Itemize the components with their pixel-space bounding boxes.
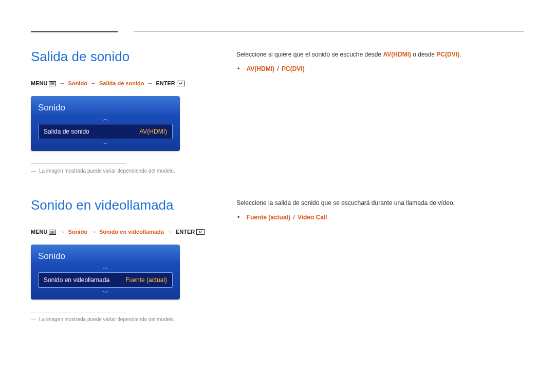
top-rule-thick <box>31 31 118 32</box>
list-item: Fuente (actual) / Video Call <box>247 213 524 222</box>
section1-options-list: AV(HDMI) / PC(DVI) <box>236 64 524 73</box>
menu-label: MENU <box>31 229 47 235</box>
panel-title: Sonido <box>38 101 173 115</box>
desc-hl1: AV(HDMI) <box>383 51 411 58</box>
menu-label: MENU <box>31 80 47 86</box>
section1-menu-path: MENU → Sonido → Salida de sonido → ENTER <box>31 79 206 88</box>
panel-row-label: Salida de sonido <box>44 127 89 136</box>
menu-icon <box>49 230 56 235</box>
panel-option-row[interactable]: Sonido en videollamada Fuente (actual) <box>38 272 173 288</box>
option-separator: / <box>290 214 298 221</box>
enter-icon <box>177 81 185 86</box>
section2-title: Sonido en videollamada <box>31 195 206 215</box>
arrow-icon: → <box>58 229 67 235</box>
menu-icon <box>49 81 56 86</box>
chevron-down-icon[interactable]: ﹀ <box>38 140 173 148</box>
chevron-down-icon[interactable]: ﹀ <box>38 289 173 296</box>
option-fuente-actual: Fuente (actual) <box>247 214 290 221</box>
list-item: AV(HDMI) / PC(DVI) <box>247 64 524 73</box>
panel-row-label: Sonido en videollamada <box>44 275 109 285</box>
section2-footnote: La imagen mostrada puede variar dependie… <box>31 315 206 323</box>
section2-panel: Sonido ︿ Sonido en videollamada Fuente (… <box>31 245 180 300</box>
footnote-divider <box>31 312 126 312</box>
section2-right: Seleccione la salida de sonido que se es… <box>236 195 524 323</box>
section2-left: Sonido en videollamada MENU → Sonido → S… <box>31 195 206 323</box>
option-avhdmi: AV(HDMI) <box>247 65 274 72</box>
option-separator: / <box>274 65 282 72</box>
arrow-icon: → <box>165 229 174 235</box>
section1-right: Seleccione si quiere que el sonido se es… <box>236 47 524 175</box>
panel-row-value: Fuente (actual) <box>125 275 167 285</box>
desc-hl2: PC(DVI) <box>436 51 459 58</box>
path-seg-videollamada: Sonido en videollamada <box>99 229 164 235</box>
section1-title: Salida de sonido <box>31 47 206 67</box>
chevron-up-icon[interactable]: ︿ <box>38 264 173 271</box>
section1-footnote: La imagen mostrada puede variar dependie… <box>31 167 206 175</box>
path-seg-sonido: Sonido <box>68 229 87 235</box>
enter-label: ENTER <box>176 229 195 235</box>
section1-description: Seleccione si quiere que el sonido se es… <box>236 50 524 59</box>
enter-icon <box>196 229 205 235</box>
section1-left: Salida de sonido MENU → Sonido → Salida … <box>31 47 206 175</box>
option-pcdvi: PC(DVI) <box>282 65 305 72</box>
section2-options-list: Fuente (actual) / Video Call <box>236 213 524 222</box>
section2-description: Seleccione la salida de sonido que se es… <box>236 198 524 208</box>
desc-pre: Seleccione si quiere que el sonido se es… <box>236 51 383 58</box>
desc-mid: o desde <box>411 51 436 58</box>
top-rule-thin <box>134 31 524 32</box>
path-seg-salida: Salida de sonido <box>99 80 144 86</box>
option-video-call: Video Call <box>298 214 327 221</box>
chevron-up-icon[interactable]: ︿ <box>38 115 173 123</box>
section-sonido-en-videollamada: Sonido en videollamada MENU → Sonido → S… <box>31 195 524 323</box>
section1-panel: Sonido ︿ Salida de sonido AV(HDMI) ﹀ <box>31 96 180 152</box>
path-seg-sonido: Sonido <box>68 80 87 86</box>
section-salida-de-sonido: Salida de sonido MENU → Sonido → Salida … <box>31 47 524 175</box>
enter-label: ENTER <box>156 80 175 86</box>
arrow-icon: → <box>58 80 67 86</box>
panel-row-value: AV(HDMI) <box>139 127 167 136</box>
page-top-rule <box>31 31 524 32</box>
desc-post: . <box>459 51 461 58</box>
arrow-icon: → <box>145 80 154 86</box>
arrow-icon: → <box>89 229 98 235</box>
arrow-icon: → <box>89 80 98 86</box>
panel-option-row[interactable]: Salida de sonido AV(HDMI) <box>38 124 173 139</box>
footnote-divider <box>31 163 126 164</box>
section2-menu-path: MENU → Sonido → Sonido en videollamada →… <box>31 228 206 236</box>
panel-title: Sonido <box>38 250 173 263</box>
